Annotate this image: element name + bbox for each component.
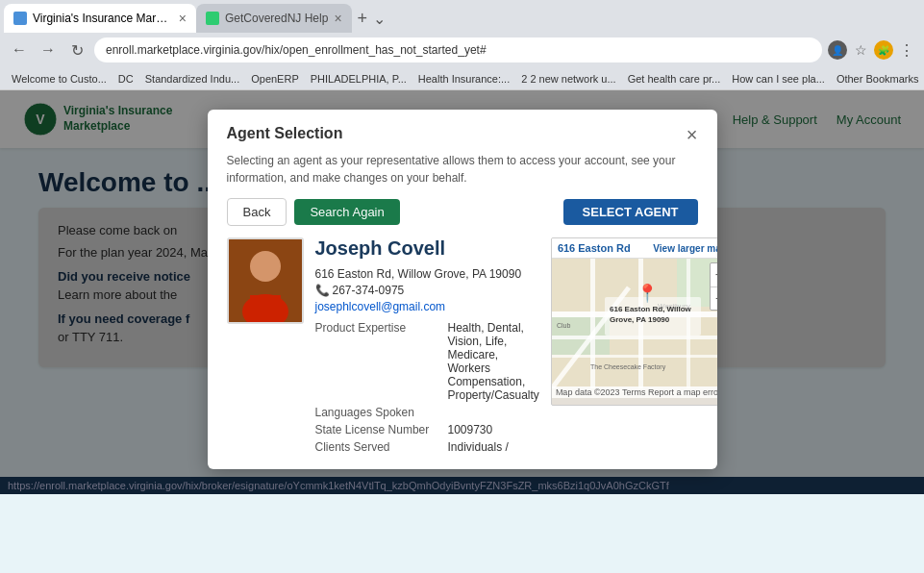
tab-inactive[interactable]: GetCoveredNJ Help × bbox=[196, 4, 352, 33]
search-again-button[interactable]: Search Again bbox=[294, 199, 399, 225]
tab-favicon-1 bbox=[13, 12, 27, 25]
address-bar-row: ← → ↻ 👤 ☆ 🧩 ⋮ bbox=[0, 33, 924, 67]
bookmark-8[interactable]: Get health care pr... bbox=[624, 73, 725, 85]
bookmark-2[interactable]: DC bbox=[114, 73, 137, 85]
profile-icon[interactable]: 👤 bbox=[828, 40, 847, 60]
svg-text:📍: 📍 bbox=[637, 283, 659, 304]
bookmark-3[interactable]: Standardized Indu... bbox=[141, 73, 243, 85]
clients-value: Individuals / bbox=[448, 440, 539, 454]
star-icon[interactable]: ☆ bbox=[851, 40, 870, 60]
languages-value bbox=[448, 406, 539, 419]
page-area: V Virginia's InsuranceMarketplace Españo… bbox=[0, 90, 924, 494]
map-footer: Map data ©2023 Terms Report a map error bbox=[552, 386, 717, 398]
modal-header: Agent Selection × bbox=[208, 110, 717, 152]
svg-text:Club: Club bbox=[557, 322, 571, 329]
agent-details: Product Expertise Health, Dental, Vision… bbox=[315, 321, 539, 454]
map-header: 616 Easton Rd View larger map bbox=[552, 238, 717, 259]
reload-button[interactable]: ↻ bbox=[65, 38, 88, 62]
back-button[interactable]: Back bbox=[227, 198, 287, 226]
map-svg: Westbury Club 616 Easton Rd, Willow Grov… bbox=[552, 259, 717, 388]
agent-phone: 📞 267-374-0975 bbox=[315, 284, 539, 297]
new-tab-button[interactable]: + bbox=[352, 9, 374, 29]
modal-close-button[interactable]: × bbox=[687, 125, 698, 144]
license-value: 1009730 bbox=[448, 423, 539, 436]
bookmark-9[interactable]: How can I see pla... bbox=[728, 73, 829, 85]
map-view-larger[interactable]: View larger map bbox=[653, 243, 716, 254]
svg-text:Grove, PA 19090: Grove, PA 19090 bbox=[610, 315, 670, 324]
tab-overflow-button[interactable]: ⌄ bbox=[373, 10, 386, 28]
agent-name: Joseph Covell bbox=[315, 237, 539, 260]
product-expertise-label: Product Expertise bbox=[315, 321, 440, 402]
extension-icon[interactable]: 🧩 bbox=[874, 40, 893, 60]
address-input[interactable] bbox=[94, 37, 822, 62]
tab-close-2[interactable]: × bbox=[334, 11, 341, 26]
map-zoom-in-button[interactable]: + bbox=[711, 263, 717, 286]
map-body[interactable]: Westbury Club 616 Easton Rd, Willow Grov… bbox=[552, 259, 717, 398]
bookmark-other[interactable]: Other Bookmarks bbox=[833, 73, 923, 85]
clients-label: Clients Served bbox=[315, 440, 440, 454]
svg-text:The Cheesecake Factory: The Cheesecake Factory bbox=[590, 363, 666, 371]
svg-rect-5 bbox=[250, 295, 281, 314]
forward-button[interactable]: → bbox=[37, 38, 60, 62]
tab-close-1[interactable]: × bbox=[179, 11, 187, 26]
tab-bar: Virginia's Insurance Marketpla... × GetC… bbox=[0, 0, 924, 33]
svg-text:616 Easton Rd, Willow: 616 Easton Rd, Willow bbox=[610, 305, 692, 313]
tab-favicon-2 bbox=[206, 12, 219, 25]
phone-icon: 📞 bbox=[315, 284, 330, 297]
tab-title-2: GetCoveredNJ Help bbox=[225, 12, 328, 25]
agent-photo bbox=[227, 237, 304, 324]
tab-active[interactable]: Virginia's Insurance Marketpla... × bbox=[4, 4, 196, 33]
license-label: State License Number bbox=[315, 423, 440, 436]
browser-frame: Virginia's Insurance Marketpla... × GetC… bbox=[0, 0, 924, 90]
svg-rect-10 bbox=[552, 336, 717, 339]
bookmark-4[interactable]: OpenERP bbox=[247, 73, 303, 85]
languages-label: Languages Spoken bbox=[315, 406, 440, 419]
map-zoom-out-button[interactable]: − bbox=[711, 286, 717, 311]
agent-card: Joseph Covell 616 Easton Rd, Willow Grov… bbox=[208, 237, 717, 469]
modal-subtitle: Selecting an agent as your representativ… bbox=[208, 152, 717, 198]
bookmark-5[interactable]: PHILADELPHIA, P... bbox=[307, 73, 411, 85]
agent-selection-modal: Agent Selection × Selecting an agent as … bbox=[208, 110, 717, 469]
agent-email: josephlcovell@gmail.com bbox=[315, 300, 539, 313]
toolbar-icons: 👤 ☆ 🧩 ⋮ bbox=[828, 40, 916, 60]
map-zoom-controls: + − bbox=[710, 262, 717, 311]
bookmark-1[interactable]: Welcome to Custo... bbox=[8, 73, 111, 85]
agent-address: 616 Easton Rd, Willow Grove, PA 19090 bbox=[315, 267, 539, 281]
agent-info: Joseph Covell 616 Easton Rd, Willow Grov… bbox=[315, 237, 539, 454]
more-icon[interactable]: ⋮ bbox=[897, 40, 916, 60]
map-address: 616 Easton Rd bbox=[558, 242, 631, 254]
modal-overlay: Agent Selection × Selecting an agent as … bbox=[0, 90, 924, 494]
back-button[interactable]: ← bbox=[8, 38, 31, 62]
modal-actions: Back Search Again SELECT AGENT bbox=[208, 198, 717, 237]
tab-title-1: Virginia's Insurance Marketpla... bbox=[33, 12, 173, 25]
select-agent-button[interactable]: SELECT AGENT bbox=[563, 199, 698, 225]
map-container: 616 Easton Rd View larger map bbox=[551, 237, 717, 406]
bookmark-6[interactable]: Health Insurance:... bbox=[414, 73, 513, 85]
modal-title: Agent Selection bbox=[227, 125, 343, 142]
map-background: Westbury Club 616 Easton Rd, Willow Grov… bbox=[552, 259, 717, 398]
map-footer-text: Map data ©2023 Terms Report a map error bbox=[556, 387, 717, 397]
agent-photo-svg bbox=[229, 239, 302, 322]
bookmark-7[interactable]: 2 2 new network u... bbox=[517, 73, 619, 85]
svg-point-3 bbox=[250, 251, 281, 282]
bookmarks-bar: Welcome to Custo... DC Standardized Indu… bbox=[0, 67, 924, 90]
product-expertise-value: Health, Dental, Vision, Life, Medicare, … bbox=[448, 321, 539, 402]
